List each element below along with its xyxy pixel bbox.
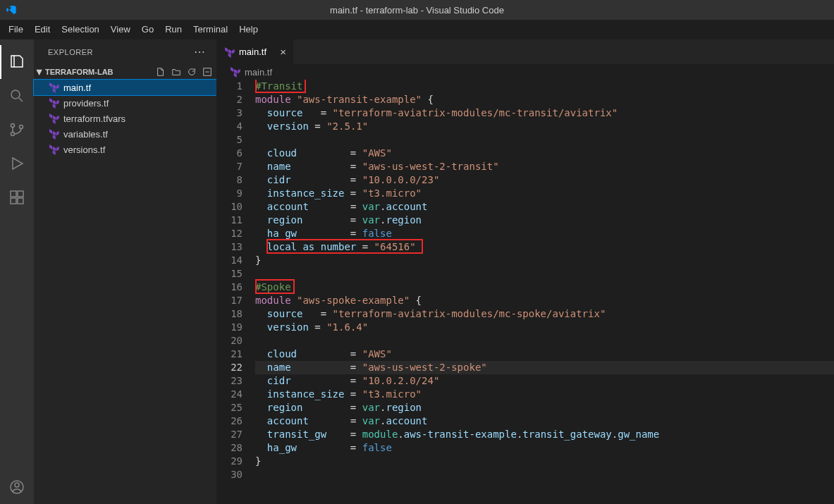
code-line[interactable]: } (255, 455, 834, 468)
code-line[interactable]: cloud = "AWS" (255, 348, 834, 361)
file-label: terraform.tfvars (63, 113, 125, 124)
explorer-header: EXPLORER ⋯ (34, 39, 216, 64)
code-line[interactable]: #Spoke (255, 281, 834, 294)
breadcrumb-label: main.tf (245, 67, 272, 78)
tab-label: main.tf (239, 47, 266, 57)
code-line[interactable]: local_as_number = "64516" (255, 240, 834, 254)
code-line[interactable]: name = "aws-us-west-2-spoke" (255, 361, 834, 374)
file-item[interactable]: terraform.tfvars (34, 111, 216, 126)
svg-rect-6 (11, 198, 16, 204)
activity-search[interactable] (0, 79, 34, 113)
code-line[interactable]: transit_gw = module.aws-transit-example.… (255, 428, 834, 441)
explorer-sidebar: EXPLORER ⋯ ▶ TERRAFORM-LAB main.tfprovid… (34, 39, 216, 504)
menu-go[interactable]: Go (136, 20, 159, 39)
terraform-icon (48, 82, 59, 93)
svg-point-0 (11, 90, 20, 99)
folder-header[interactable]: ▶ TERRAFORM-LAB (34, 64, 216, 80)
line-gutter: 1234567891011121314151617181920212223242… (216, 80, 255, 504)
code-line[interactable] (255, 133, 834, 147)
explorer-title: EXPLORER (48, 48, 93, 56)
code-line[interactable] (255, 468, 834, 481)
file-tree: main.tfproviders.tfterraform.tfvarsvaria… (34, 80, 216, 157)
activity-run-debug[interactable] (0, 147, 34, 180)
code-line[interactable]: account = var.account (255, 414, 834, 428)
files-icon (8, 54, 25, 70)
code-line[interactable]: #Transit (255, 80, 834, 93)
file-item[interactable]: variables.tf (34, 126, 216, 142)
code-line[interactable]: version = "1.6.4" (255, 321, 834, 334)
new-file-icon[interactable] (156, 67, 166, 77)
collapse-icon[interactable] (202, 67, 212, 77)
terraform-icon (48, 113, 59, 124)
file-item[interactable]: main.tf (34, 80, 216, 95)
menu-terminal[interactable]: Terminal (188, 20, 233, 39)
code-line[interactable]: version = "2.5.1" (255, 120, 834, 133)
code-line[interactable]: source = "terraform-aviatrix-modules/mc-… (255, 307, 834, 321)
activity-source-control[interactable] (0, 113, 34, 147)
search-icon (8, 87, 25, 104)
vscode-logo-icon (6, 4, 17, 16)
file-item[interactable]: providers.tf (34, 95, 216, 111)
editor-area: main.tf × main.tf 1234567891011121314151… (216, 39, 834, 504)
code-line[interactable]: module "aws-transit-example" { (255, 93, 834, 106)
code-line[interactable]: ha_gw = false (255, 441, 834, 455)
code-line[interactable]: module "aws-spoke-example" { (255, 294, 834, 307)
activity-bar (0, 39, 34, 504)
play-icon (8, 155, 25, 172)
svg-rect-4 (11, 191, 16, 197)
file-label: variables.tf (63, 129, 108, 140)
terraform-icon (48, 144, 59, 155)
code-line[interactable]: cidr = "10.0.0.0/23" (255, 173, 834, 187)
svg-rect-5 (18, 191, 23, 197)
file-item[interactable]: versions.tf (34, 142, 216, 157)
svg-point-9 (15, 483, 19, 487)
explorer-more-button[interactable]: ⋯ (194, 45, 206, 59)
terraform-icon (48, 97, 59, 109)
code-line[interactable]: } (255, 254, 834, 267)
svg-point-2 (11, 133, 15, 136)
titlebar: main.tf - terraform-lab - Visual Studio … (0, 0, 834, 20)
code-line[interactable]: region = var.region (255, 214, 834, 227)
menu-run[interactable]: Run (159, 20, 188, 39)
editor-tabs: main.tf × (216, 39, 834, 64)
terraform-icon (223, 47, 235, 58)
terraform-icon (48, 128, 59, 140)
file-label: providers.tf (63, 98, 109, 109)
code-line[interactable]: instance_size = "t3.micro" (255, 388, 834, 401)
svg-point-1 (11, 124, 15, 128)
code-content[interactable]: #Transitmodule "aws-transit-example" { s… (255, 80, 834, 504)
menu-file[interactable]: File (3, 20, 29, 39)
terraform-icon (229, 66, 240, 78)
refresh-icon[interactable] (187, 67, 197, 77)
code-line[interactable]: cidr = "10.0.2.0/24" (255, 374, 834, 388)
code-line[interactable]: account = var.account (255, 200, 834, 214)
window-title: main.tf - terraform-lab - Visual Studio … (330, 5, 504, 16)
menu-view[interactable]: View (105, 20, 136, 39)
menu-help[interactable]: Help (233, 20, 264, 39)
account-icon (8, 479, 25, 496)
branch-icon (8, 121, 25, 138)
code-line[interactable]: source = "terraform-aviatrix-modules/mc-… (255, 106, 834, 120)
breadcrumb[interactable]: main.tf (216, 64, 834, 80)
code-editor[interactable]: 1234567891011121314151617181920212223242… (216, 80, 834, 504)
folder-label: TERRAFORM-LAB (45, 68, 114, 76)
code-line[interactable]: instance_size = "t3.micro" (255, 187, 834, 200)
menu-edit[interactable]: Edit (29, 20, 56, 39)
chevron-down-icon: ▶ (36, 69, 44, 75)
code-line[interactable]: cloud = "AWS" (255, 147, 834, 160)
code-line[interactable] (255, 334, 834, 348)
file-label: main.tf (63, 82, 91, 93)
activity-accounts[interactable] (0, 470, 34, 504)
activity-extensions[interactable] (0, 180, 34, 214)
tab-main-tf[interactable]: main.tf × (216, 39, 294, 64)
activity-explorer[interactable] (0, 45, 34, 79)
tab-close-button[interactable]: × (280, 46, 286, 58)
code-line[interactable] (255, 267, 834, 281)
code-line[interactable]: region = var.region (255, 401, 834, 414)
svg-rect-7 (18, 198, 23, 204)
svg-point-3 (20, 125, 23, 129)
code-line[interactable]: name = "aws-us-west-2-transit" (255, 160, 834, 173)
code-line[interactable]: ha_gw = false (255, 227, 834, 240)
new-folder-icon[interactable] (171, 67, 181, 77)
menu-selection[interactable]: Selection (56, 20, 104, 39)
